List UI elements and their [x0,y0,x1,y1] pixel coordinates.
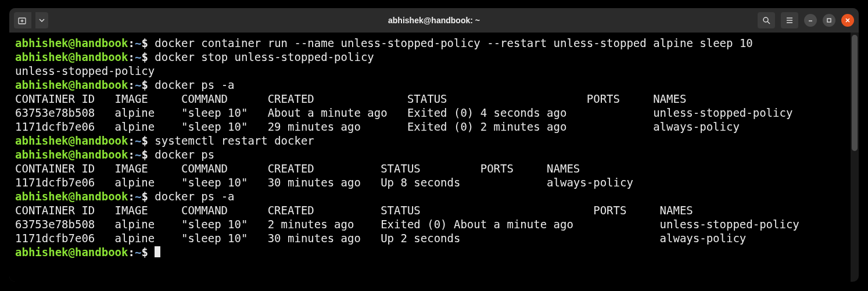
plus-tab-icon [18,16,27,24]
command-text [148,246,155,258]
terminal-line: 63753e78b508 alpine "sleep 10" 2 minutes… [15,217,846,231]
terminal-line: abhishek@handbook:~$ [15,245,846,259]
window-title: abhishek@handbook: ~ [9,16,859,25]
terminal-line: 63753e78b508 alpine "sleep 10" About a m… [15,106,846,120]
terminal-line: abhishek@handbook:~$ docker container ru… [15,36,846,50]
chevron-down-icon [39,17,45,23]
prompt-path: ~ [135,51,141,63]
terminal-line: CONTAINER ID IMAGE COMMAND CREATED STATU… [15,203,846,217]
hamburger-menu-button[interactable] [781,12,798,28]
titlebar-right-group [758,12,854,28]
prompt-dollar: $ [141,190,148,203]
prompt-path: ~ [135,190,141,203]
new-tab-menu-button[interactable] [35,12,48,28]
prompt-path: ~ [135,148,141,161]
command-text: systemctl restart docker [148,134,314,147]
svg-point-3 [763,17,768,22]
command-text: docker ps [148,148,214,161]
prompt-user-host: abhishek@handbook [15,190,128,203]
titlebar-left-group [14,12,48,28]
close-icon [845,17,851,23]
window-maximize-button[interactable] [823,14,835,27]
terminal-line: 1171dcfb7e06 alpine "sleep 10" 29 minute… [15,120,846,134]
svg-line-4 [767,21,770,24]
terminal-output[interactable]: abhishek@handbook:~$ docker container ru… [9,33,851,282]
command-text: docker ps -a [148,78,235,91]
prompt-user-host: abhishek@handbook [15,134,128,147]
prompt-colon: : [128,134,134,147]
terminal-line: abhishek@handbook:~$ docker ps -a [15,78,846,92]
search-button[interactable] [758,12,775,28]
command-text: docker ps -a [148,190,235,203]
terminal-line: abhishek@handbook:~$ docker ps [15,148,846,161]
search-icon [762,16,770,24]
prompt-path: ~ [135,134,141,147]
svg-rect-9 [827,19,831,22]
prompt-colon: : [128,78,134,91]
prompt-path: ~ [135,78,141,91]
prompt-dollar: $ [141,134,148,147]
command-text: docker container run --name unless-stopp… [148,37,753,49]
prompt-path: ~ [135,246,141,258]
prompt-colon: : [128,190,134,203]
terminal-line: unless-stopped-policy [15,64,846,78]
prompt-path: ~ [135,37,141,49]
prompt-dollar: $ [141,148,148,161]
prompt-colon: : [128,246,134,258]
prompt-dollar: $ [141,51,148,63]
maximize-icon [826,17,832,23]
terminal-line: abhishek@handbook:~$ systemctl restart d… [15,134,846,148]
prompt-user-host: abhishek@handbook [15,148,128,161]
scrollbar-thumb[interactable] [852,35,858,151]
prompt-colon: : [128,37,134,49]
terminal-line: CONTAINER ID IMAGE COMMAND CREATED STATU… [15,92,846,106]
terminal-line: 1171dcfb7e06 alpine "sleep 10" 30 minute… [15,175,846,189]
window-minimize-button[interactable] [804,14,817,27]
prompt-colon: : [128,148,134,161]
prompt-user-host: abhishek@handbook [15,246,128,258]
prompt-colon: : [128,51,134,63]
hamburger-icon [785,16,794,24]
terminal-line: CONTAINER ID IMAGE COMMAND CREATED STATU… [15,161,846,175]
new-tab-button[interactable] [14,12,31,28]
terminal-line: 1171dcfb7e06 alpine "sleep 10" 30 minute… [15,231,846,245]
terminal-window: abhishek@handbook: ~ abhishek@handbook:~… [9,8,859,282]
prompt-user-host: abhishek@handbook [15,78,128,91]
titlebar: abhishek@handbook: ~ [9,8,859,33]
cursor [155,246,160,257]
terminal-line: abhishek@handbook:~$ docker stop unless-… [15,50,846,64]
prompt-user-host: abhishek@handbook [15,37,128,49]
window-close-button[interactable] [841,14,854,27]
prompt-dollar: $ [141,246,148,258]
minimize-icon [808,17,813,23]
prompt-dollar: $ [141,37,148,49]
prompt-user-host: abhishek@handbook [15,51,128,63]
command-text: docker stop unless-stopped-policy [148,51,374,63]
terminal-body: abhishek@handbook:~$ docker container ru… [9,33,859,282]
scrollbar-track[interactable] [851,33,859,282]
terminal-line: abhishek@handbook:~$ docker ps -a [15,189,846,203]
prompt-dollar: $ [141,78,148,91]
